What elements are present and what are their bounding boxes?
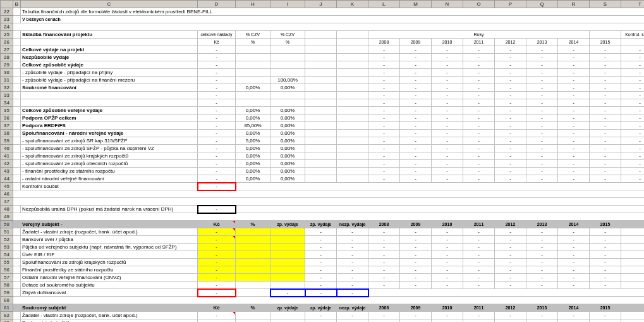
table-row[interactable]: 38Spolufinancování - národní veřejné výd… xyxy=(1,130,645,137)
table-row[interactable]: 34---------- xyxy=(1,99,645,107)
table-row[interactable]: 40 - spolufinancování ze zdrojů SFŽP - p… xyxy=(1,145,645,152)
table-row[interactable]: 31 - způsobilé výdaje - připadající na f… xyxy=(1,77,645,84)
column-headers[interactable]: BCD HIJ KLM NOP QRS T xyxy=(1,1,645,8)
spreadsheet-grid[interactable]: BCD HIJ KLM NOP QRS T 22 Tabulka finančn… xyxy=(0,0,644,322)
title-row[interactable]: 22 Tabulka finančních zdrojů dle formulá… xyxy=(1,8,645,16)
table-row[interactable]: 29Celkové způsobilé výdaje---------- xyxy=(1,61,645,69)
kontrol-cell[interactable]: - xyxy=(198,183,236,190)
table-row[interactable]: 28Nezpůsobilé výdaje---------- xyxy=(1,54,645,61)
table-row[interactable]: 55Spolufinancování ze zdrojů krajských r… xyxy=(1,259,645,266)
dph-row[interactable]: 48 Nezpůsobilá uralná DPH (pokud má žada… xyxy=(1,206,645,213)
table-row[interactable]: 58Dotace od soukromého subjektu---------… xyxy=(1,282,645,289)
subtitle-row[interactable]: 23 V běžných cenách xyxy=(1,16,645,23)
table-row[interactable]: 32Soukromé financování-0,00%0,00%-------… xyxy=(1,84,645,92)
table-row[interactable]: 53Půjčka od veřejného subjektu (např. ná… xyxy=(1,244,645,251)
table-header-2[interactable]: 26 Kč % % 2008 2009 2010 2011 2012 2013 … xyxy=(1,39,645,46)
table-row[interactable]: 37Podpora ERDF/FS-85,00%0,00%--------- xyxy=(1,122,645,130)
table-row[interactable]: 43 - finanční prostředky ze státního roz… xyxy=(1,168,645,175)
table-row[interactable]: 42 - spolufinancování ze zdrojů obecních… xyxy=(1,160,645,168)
table-header-1[interactable]: 25 Skladba financování projektu celkové … xyxy=(1,31,645,39)
table-row[interactable]: 27Celkové výdaje na projekt---------- xyxy=(1,46,645,54)
table-row[interactable]: 33---------- xyxy=(1,92,645,99)
table-row[interactable]: 44 - ostatní národní veřejné financování… xyxy=(1,175,645,183)
table-row[interactable]: 35Celkové způsobilé veřejné výdaje-0,00%… xyxy=(1,107,645,115)
table-row[interactable]: 30 - způsobilé výdaje - připadající na p… xyxy=(1,69,645,77)
page-title: Tabulka finančních zdrojů dle formuláře … xyxy=(21,8,645,16)
table-row[interactable]: 54Úvěr EIB / EIF----------- xyxy=(1,251,645,259)
table-row[interactable]: 63Bankovní úvěr / půjčka----------- xyxy=(1,319,645,323)
table-row[interactable]: 52Bankovní úvěr / půjčka----------- xyxy=(1,236,645,244)
section2-header[interactable]: 50 Veřejný subjekt - Kč % zp. výdaje zp.… xyxy=(1,221,645,228)
table-row[interactable]: 56Finanční prostředky ze státního rozpoč… xyxy=(1,266,645,274)
table-row[interactable]: 57Ostatní národní veřejné financování (O… xyxy=(1,274,645,282)
table-row[interactable]: 39 - spolufinancování ze zdrojů SR kap.3… xyxy=(1,137,645,145)
table-row[interactable]: 51Žadatel - vlastní zdroje (rozpočet, ba… xyxy=(1,228,645,236)
table-row[interactable]: 62Žadatel - vlastní zdroje (rozpočet, ba… xyxy=(1,312,645,319)
section3-header[interactable]: 61 Soukromý subjekt Kč % zp. výdaje zp. … xyxy=(1,304,645,312)
dph-cell[interactable]: - xyxy=(198,206,236,213)
table-row[interactable]: 36Podpora OPŽP celkem-0,00%0,00%--------… xyxy=(1,115,645,122)
table-row[interactable]: 41 - spolufinancování ze zdrojů krajskýc… xyxy=(1,152,645,160)
kontrol-row[interactable]: 45 Kontrolní součet - xyxy=(1,183,645,190)
zbyva2-row[interactable]: 59 Zbývá dofinancovat - - - - xyxy=(1,289,645,297)
